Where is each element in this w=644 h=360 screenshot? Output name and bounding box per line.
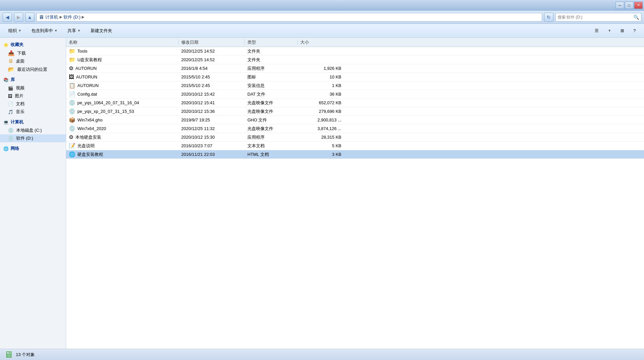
table-row[interactable]: 📦 Win7x64.gho 2019/9/7 19:25 GHO 文件 2,90… [66, 116, 644, 124]
file-list-header: 名称 修改日期 类型 大小 [66, 38, 644, 47]
recent-label: 最近访问的位置 [17, 67, 47, 72]
file-date-cell: 2016/1/8 4:54 [179, 66, 245, 71]
file-type-cell: 安装信息 [245, 83, 298, 89]
toolbar: 组织 ▼ 包含到库中 ▼ 共享 ▼ 新建文件夹 ☰ ▼ ⊞ ? [0, 24, 644, 38]
file-type-cell: 文本文档 [245, 143, 298, 149]
sidebar-item-pictures[interactable]: 🖼 图片 [0, 92, 66, 100]
sidebar-favorites-header[interactable]: ⭐ 收藏夹 [0, 40, 66, 49]
file-type-cell: 图标 [245, 74, 298, 80]
table-row[interactable]: 🌐 硬盘安装教程 2016/11/21 22:03 HTML 文档 3 KB [66, 150, 644, 159]
table-row[interactable]: 📄 Config.dat 2020/10/12 15:42 DAT 文件 36 … [66, 90, 644, 99]
col-size-header[interactable]: 大小 [298, 39, 344, 45]
table-row[interactable]: 🖼 AUTORUN 2015/5/10 2:45 图标 10 KB [66, 73, 644, 81]
file-name-cell: 📝 光盘说明 [66, 143, 179, 149]
computer-icon: 🖥 [39, 14, 44, 20]
col-name-header[interactable]: 名称 [66, 39, 179, 45]
file-icon: 📁 [69, 48, 75, 54]
forward-button[interactable]: ▶ [14, 13, 23, 22]
table-row[interactable]: 📁 Tools 2020/12/25 14:52 文件夹 [66, 47, 644, 56]
file-icon: 🌐 [69, 151, 75, 158]
file-date-cell: 2015/5/10 2:45 [179, 83, 245, 88]
table-row[interactable]: 💿 Win7x64_2020 2020/12/25 11:32 光盘映像文件 3… [66, 124, 644, 133]
view-options-button[interactable]: ▼ [604, 25, 616, 36]
sidebar-item-desktop[interactable]: 🖥 桌面 [0, 57, 66, 65]
file-name-cell: ⚙ 本地硬盘安装 [66, 134, 179, 140]
sidebar-library-header[interactable]: 📚 库 [0, 75, 66, 84]
video-icon: 🎬 [8, 86, 13, 91]
maximize-button[interactable]: □ [625, 2, 633, 9]
col-type-header[interactable]: 类型 [245, 39, 298, 45]
documents-icon: 📄 [8, 102, 13, 107]
music-icon: 🎵 [8, 110, 13, 114]
file-name: U盘安装教程 [77, 57, 102, 63]
col-type-label: 类型 [247, 40, 256, 45]
organize-button[interactable]: 组织 ▼ [4, 25, 26, 36]
new-folder-button[interactable]: 新建文件夹 [86, 25, 116, 36]
table-row[interactable]: 💿 pe_yqs_1064_20_07_31_16_04 2020/10/12 … [66, 99, 644, 107]
include-library-button[interactable]: 包含到库中 ▼ [27, 25, 62, 36]
sidebar-item-drive-d[interactable]: 💿 软件 (D:) [0, 134, 66, 142]
drive-d-icon: 💿 [8, 136, 14, 141]
up-button[interactable]: ▲ [25, 13, 34, 22]
sidebar-computer-header[interactable]: 💻 计算机 [0, 118, 66, 126]
file-name: AUTORUN [77, 83, 99, 88]
file-size-cell: 5 KB [298, 143, 344, 148]
drive-d-label: 软件 (D:) [16, 135, 33, 141]
network-label: 网络 [11, 146, 19, 152]
file-area: 名称 修改日期 类型 大小 📁 Tools 2020/12/25 14:52 文… [66, 38, 644, 349]
help-label: ? [633, 28, 636, 33]
back-button[interactable]: ◀ [3, 13, 12, 22]
share-label: 共享 [67, 28, 76, 34]
file-size-cell: 10 KB [298, 74, 344, 79]
sidebar-item-video[interactable]: 🎬 视频 [0, 84, 66, 92]
file-name: Win7x64.gho [77, 117, 103, 122]
view-detail-button[interactable]: ⊞ [616, 25, 628, 36]
file-icon: 💿 [69, 125, 75, 132]
col-date-header[interactable]: 修改日期 [179, 39, 245, 45]
share-arrow: ▼ [77, 29, 81, 32]
file-name-cell: 📄 Config.dat [66, 91, 179, 97]
breadcrumb-sep-1: ▶ [60, 15, 62, 19]
file-type-cell: GHO 文件 [245, 117, 298, 123]
table-row[interactable]: 📋 AUTORUN 2015/5/10 2:45 安装信息 1 KB [66, 81, 644, 90]
table-row[interactable]: 📁 U盘安装教程 2020/12/25 14:52 文件夹 [66, 56, 644, 64]
refresh-button[interactable]: ↻ [544, 13, 553, 22]
include-label: 包含到库中 [31, 28, 53, 34]
table-row[interactable]: ⚙ AUTORUN 2016/1/8 4:54 应用程序 1,926 KB [66, 64, 644, 73]
file-name-cell: ⚙ AUTORUN [66, 65, 179, 71]
file-size-cell: 36 KB [298, 92, 344, 97]
sidebar-item-documents[interactable]: 📄 文档 [0, 100, 66, 108]
col-name-label: 名称 [69, 39, 77, 45]
music-label: 音乐 [16, 109, 24, 115]
file-size-cell: 2,900,813 ... [298, 117, 344, 122]
search-input[interactable] [558, 15, 633, 20]
file-type-cell: 文件夹 [245, 57, 298, 63]
file-name-cell: 📦 Win7x64.gho [66, 117, 179, 123]
file-size-cell: 3,874,126 ... [298, 126, 344, 131]
file-icon: 💿 [69, 100, 75, 106]
file-icon: 📄 [69, 91, 75, 97]
file-name: pe_yqs_xp_20_07_31_15_53 [77, 109, 134, 114]
title-bar: ─ □ ✕ [0, 0, 644, 11]
sidebar-item-music[interactable]: 🎵 音乐 [0, 108, 66, 116]
help-button[interactable]: ? [629, 25, 640, 36]
file-name: Win7x64_2020 [77, 126, 106, 131]
breadcrumb-drive[interactable]: 软件 (D:) [64, 14, 80, 20]
sidebar-item-drive-c[interactable]: 💿 本地磁盘 (C:) [0, 126, 66, 134]
table-row[interactable]: 💿 pe_yqs_xp_20_07_31_15_53 2020/10/12 15… [66, 107, 644, 116]
table-row[interactable]: ⚙ 本地硬盘安装 2020/10/12 15:30 应用程序 28,315 KB [66, 133, 644, 142]
sidebar-item-recent[interactable]: 📂 最近访问的位置 [0, 65, 66, 73]
file-icon: 📋 [69, 82, 75, 89]
sidebar-network-header[interactable]: 🌐 网络 [0, 144, 66, 153]
minimize-button[interactable]: ─ [616, 2, 624, 9]
favorites-label: 收藏夹 [11, 42, 23, 48]
breadcrumb-computer[interactable]: 计算机 [45, 14, 58, 20]
file-name-cell: 📁 U盘安装教程 [66, 57, 179, 63]
share-button[interactable]: 共享 ▼ [63, 25, 85, 36]
table-row[interactable]: 📝 光盘说明 2016/10/23 7:07 文本文档 5 KB [66, 142, 644, 150]
close-button[interactable]: ✕ [634, 2, 643, 9]
file-date-cell: 2020/10/12 15:36 [179, 109, 245, 114]
view-change-button[interactable]: ☰ [590, 25, 603, 36]
sidebar-item-downloads[interactable]: 📥 下载 [0, 49, 66, 57]
file-date-cell: 2019/9/7 19:25 [179, 117, 245, 122]
